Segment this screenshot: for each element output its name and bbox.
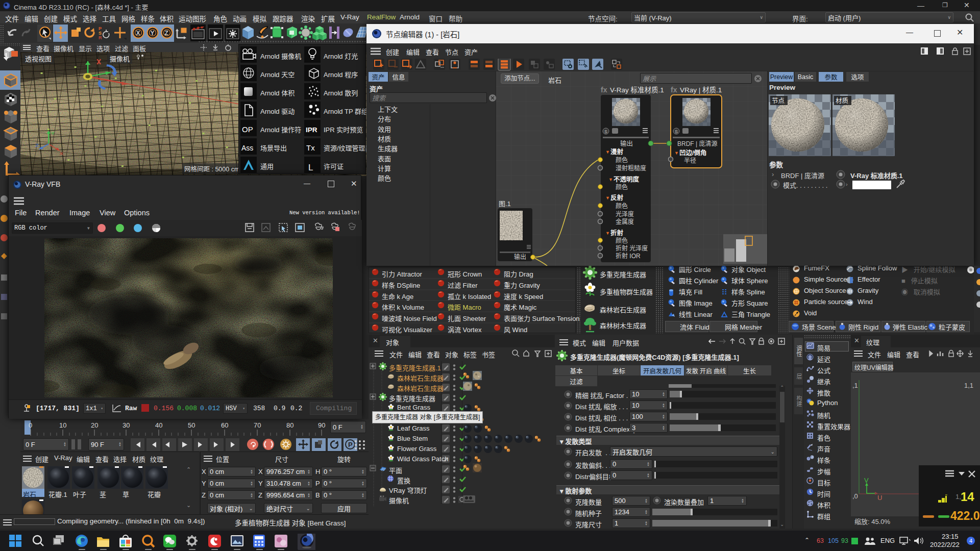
svg-text:Y: Y xyxy=(51,130,55,135)
svg-text:X: X xyxy=(60,151,64,156)
svg-text:折射: 折射 xyxy=(610,229,624,237)
svg-text:反射: 反射 xyxy=(610,194,624,202)
svg-text:V-Ray 标准材质.1: V-Ray 标准材质.1 xyxy=(610,86,664,94)
svg-text:Z: Z xyxy=(165,30,168,37)
svg-text:›: › xyxy=(846,181,848,187)
svg-text:L: L xyxy=(308,163,313,172)
svg-text:1,1: 1,1 xyxy=(964,382,973,389)
svg-text:IPR: IPR xyxy=(306,126,317,134)
svg-text:▼: ▼ xyxy=(605,195,610,201)
svg-text:折射 IOR: 折射 IOR xyxy=(616,252,641,260)
svg-text:OP: OP xyxy=(242,125,253,134)
svg-text:Tx: Tx xyxy=(306,143,315,152)
svg-text:颜色: 颜色 xyxy=(616,183,628,191)
svg-text:fx: fx xyxy=(671,86,677,94)
svg-text:▼: ▼ xyxy=(605,231,610,236)
svg-text:X: X xyxy=(136,30,140,37)
svg-text:,1: ,1 xyxy=(852,382,858,389)
svg-text:VRay | 材质.1: VRay | 材质.1 xyxy=(680,86,722,94)
svg-text:U: U xyxy=(877,494,882,502)
svg-text:S: S xyxy=(604,129,607,134)
svg-text:Ass: Ass xyxy=(241,144,253,152)
svg-text:S: S xyxy=(675,129,678,134)
svg-text:▼: ▼ xyxy=(674,151,679,156)
svg-text:BRDF | 庞清源: BRDF | 庞清源 xyxy=(677,140,717,147)
svg-text:漫射: 漫射 xyxy=(610,148,624,156)
svg-text:凹边/倒角: 凹边/倒角 xyxy=(679,149,706,157)
svg-text:不透明度: 不透明度 xyxy=(614,176,640,183)
svg-text:颜色: 颜色 xyxy=(616,237,628,244)
svg-text:颜色: 颜色 xyxy=(616,202,628,210)
svg-text:颜色: 颜色 xyxy=(616,156,628,164)
svg-text:▼: ▼ xyxy=(608,177,613,182)
svg-text:fx: fx xyxy=(601,86,607,94)
svg-text:R: R xyxy=(99,35,102,40)
svg-text:Y: Y xyxy=(151,30,155,37)
svg-text:输出: 输出 xyxy=(620,140,633,147)
svg-text:折射 光泽度: 折射 光泽度 xyxy=(616,244,648,252)
svg-text:光泽度: 光泽度 xyxy=(616,210,634,218)
svg-text:材质: 材质 xyxy=(836,97,848,105)
svg-text:▼: ▼ xyxy=(605,149,610,155)
svg-text:半径: 半径 xyxy=(684,157,696,164)
svg-text:图.1: 图.1 xyxy=(499,200,511,208)
svg-text:漫射粗糙度: 漫射粗糙度 xyxy=(616,164,646,172)
svg-text:,0: ,0 xyxy=(852,492,858,500)
svg-text:节点: 节点 xyxy=(772,97,785,105)
svg-text:V: V xyxy=(864,477,869,484)
svg-text:输出: 输出 xyxy=(514,253,526,261)
svg-text:金属度: 金属度 xyxy=(616,218,634,226)
svg-text:Z: Z xyxy=(35,142,39,147)
svg-text:P: P xyxy=(348,441,353,448)
